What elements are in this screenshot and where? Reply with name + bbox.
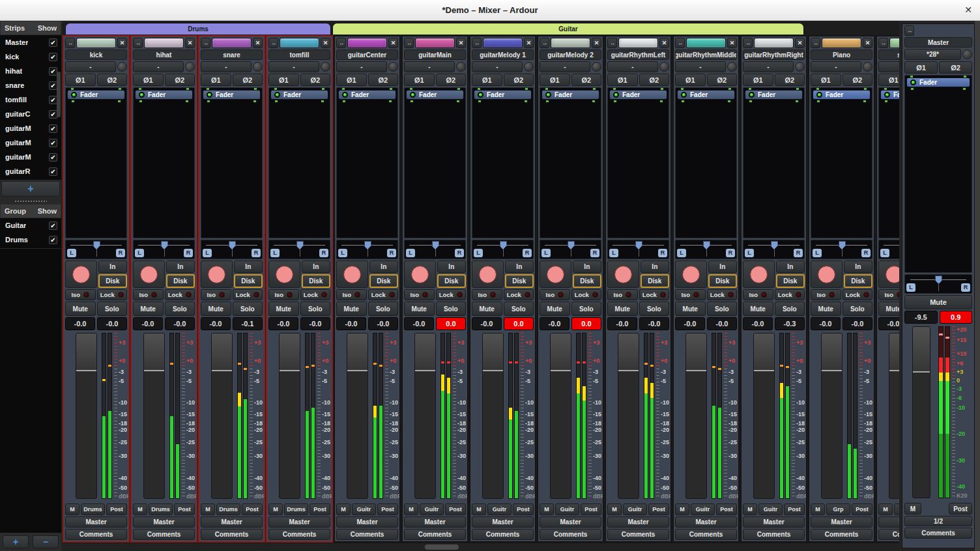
sidebar-strip-item[interactable]: guitarM✔ [0, 121, 61, 135]
pan-widget[interactable]: L R [675, 240, 737, 259]
peak-display[interactable]: -0.0 [165, 317, 195, 330]
group-button[interactable]: Drums [81, 503, 105, 515]
record-arm-button[interactable] [404, 261, 436, 288]
group-button[interactable]: Guitr [487, 503, 512, 515]
solo-button[interactable]: Solo [639, 302, 670, 316]
phase-1-button[interactable]: Ø1 [472, 74, 502, 86]
mute-button[interactable]: Mute [743, 302, 773, 316]
solo-lock-button[interactable]: Lock [571, 289, 602, 300]
monitor-input-button[interactable]: In [641, 261, 669, 273]
metering-point-button[interactable]: M [268, 503, 283, 515]
input-button[interactable]: - [336, 61, 387, 72]
monitor-input-button[interactable]: In [234, 261, 263, 273]
solo-isolate-button[interactable]: Iso [65, 289, 96, 300]
solo-isolate-button[interactable]: Iso [336, 289, 367, 300]
fader-handle[interactable] [822, 370, 842, 371]
processor-box[interactable]: Fader [540, 87, 601, 238]
strip-width-icon[interactable]: ↔ [743, 38, 753, 48]
level-meter[interactable] [305, 333, 321, 499]
show-checkbox[interactable]: ✔ [49, 221, 57, 230]
comments-button[interactable]: Comments [65, 529, 127, 540]
phase-1-button[interactable]: Ø1 [133, 74, 164, 86]
meter-point-button[interactable]: Post [716, 503, 737, 515]
solo-isolate-button[interactable]: Iso [540, 289, 570, 300]
track-color-bar[interactable] [889, 38, 899, 48]
monitor-disk-button[interactable]: Disk [98, 274, 127, 288]
track-name-button[interactable]: Master [904, 37, 972, 48]
meter-point-button[interactable]: Post [106, 503, 127, 515]
show-checkbox[interactable]: ✔ [49, 153, 57, 162]
group-button[interactable]: Guitr [623, 503, 647, 515]
group-button[interactable]: Guitr [352, 503, 376, 515]
pan-widget[interactable]: L R [65, 240, 127, 259]
metering-point-button[interactable]: M [675, 503, 689, 515]
strip-width-icon[interactable]: ↔ [404, 38, 414, 48]
pan-widget[interactable]: L R [540, 240, 601, 259]
pan-pointer[interactable] [568, 241, 575, 249]
solo-button[interactable]: Solo [504, 302, 534, 316]
input-button[interactable]: *28* [904, 49, 961, 60]
solo-isolate-button[interactable]: Iso [675, 289, 706, 300]
fader-processor[interactable]: Fader [541, 90, 599, 100]
input-button[interactable]: - [133, 61, 184, 72]
meter-point-button[interactable]: Post [648, 503, 669, 515]
show-header-label[interactable]: Show [38, 207, 57, 215]
level-meter[interactable] [508, 333, 524, 499]
record-arm-button[interactable] [878, 261, 899, 288]
processor-led[interactable] [410, 92, 416, 98]
mute-button[interactable]: Mute [133, 302, 164, 316]
gain-display[interactable]: -0.0 [743, 317, 773, 330]
comments-button[interactable]: Comments [133, 529, 195, 540]
peak-display[interactable]: -0.0 [300, 317, 330, 330]
output-button[interactable]: Master [811, 516, 872, 528]
group-tab-guitar[interactable]: Guitar [332, 23, 804, 35]
input-button[interactable]: - [201, 61, 252, 72]
solo-isolate-button[interactable]: Iso [201, 289, 231, 300]
gain-display[interactable]: -0.0 [133, 317, 163, 330]
strip-width-icon[interactable]: ↔ [607, 38, 617, 48]
fader-slider[interactable] [211, 333, 233, 499]
hide-strip-icon[interactable]: ✕ [795, 38, 805, 48]
group-button[interactable]: Guitr [758, 503, 783, 515]
trim-knob[interactable] [863, 62, 872, 72]
trim-knob[interactable] [659, 62, 669, 72]
monitor-input-button[interactable]: In [437, 261, 466, 273]
horizontal-scrollbar-handle[interactable] [425, 544, 459, 550]
phase-1-button[interactable]: Ø1 [336, 74, 367, 86]
meter-point-button[interactable]: Post [784, 503, 805, 515]
gain-display[interactable]: -0.0 [336, 317, 366, 330]
mute-button[interactable]: Mute [268, 302, 299, 316]
solo-isolate-button[interactable]: Iso [743, 289, 773, 300]
comments-button[interactable]: Comments [336, 529, 398, 540]
show-checkbox[interactable]: ✔ [49, 124, 57, 133]
input-button[interactable]: - [607, 61, 658, 72]
output-button[interactable]: Master [65, 516, 127, 528]
processor-box[interactable]: Fader [336, 87, 398, 238]
gain-display[interactable]: -0.0 [540, 317, 569, 330]
track-name-button[interactable]: tomfill [268, 49, 330, 60]
sidebar-strip-item[interactable]: hihat✔ [0, 64, 61, 78]
track-color-bar[interactable] [551, 38, 590, 48]
fader-handle[interactable] [551, 370, 571, 371]
show-header-label[interactable]: Show [38, 24, 57, 32]
solo-button[interactable]: Solo [300, 302, 331, 316]
sidebar-strip-item[interactable]: guitarR✔ [0, 164, 61, 178]
record-arm-button[interactable] [201, 261, 233, 288]
phase-2-button[interactable]: Ø2 [300, 74, 331, 86]
metering-point-button[interactable]: M [878, 503, 893, 515]
solo-button[interactable]: Solo [165, 302, 195, 316]
group-header-label[interactable]: Group [5, 207, 26, 215]
phase-2-button[interactable]: Ø2 [233, 74, 263, 86]
solo-isolate-button[interactable]: Iso [268, 289, 299, 300]
metering-point-button[interactable]: M [65, 503, 79, 515]
output-button[interactable]: Master [133, 516, 195, 528]
remove-group-button[interactable]: − [33, 535, 59, 548]
trim-knob[interactable] [727, 62, 737, 72]
track-color-bar[interactable] [347, 38, 387, 48]
phase-2-button[interactable]: Ø2 [368, 74, 399, 86]
solo-lock-button[interactable]: Lock [165, 289, 195, 300]
phase-1-button[interactable]: Ø1 [607, 74, 638, 86]
fader-handle[interactable] [686, 370, 706, 371]
peak-display[interactable]: 0.0 [436, 317, 466, 330]
fader-slider[interactable] [618, 333, 639, 499]
